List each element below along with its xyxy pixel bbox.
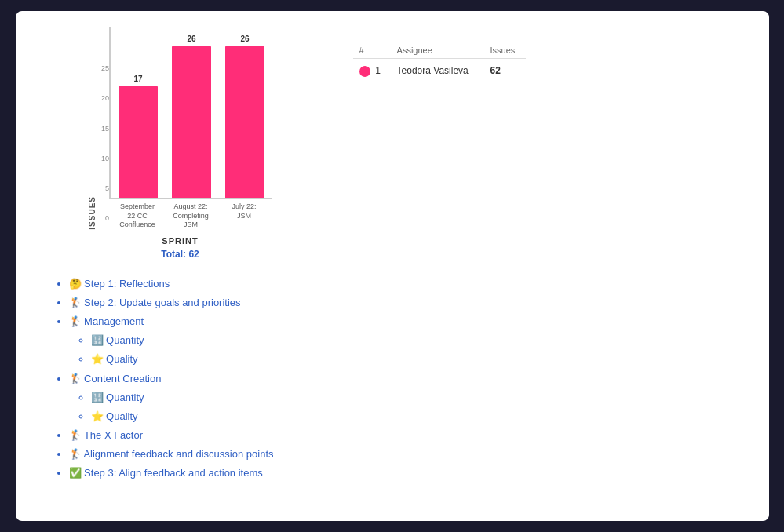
chart-total: Total: 62 — [161, 249, 199, 260]
management-quantity: 🔢 Quantity — [91, 332, 746, 349]
bar-rect-3 — [225, 46, 264, 198]
content-creation-sub-list: 🔢 Quantity ⭐ Quality — [69, 389, 746, 425]
bar-item-3: 26 — [225, 35, 264, 198]
y-tick-5: 5 — [101, 185, 109, 192]
bar-item-2: 26 — [172, 35, 211, 198]
mgmt-quantity-text: 🔢 Quantity — [91, 334, 144, 346]
step3-text: ✅ Step 3: Align feedback and action item… — [69, 467, 263, 479]
chart-bars-container: 17 26 26 — [109, 27, 272, 199]
step2-text: 🏌️ Step 2: Update goals and priorities — [69, 297, 241, 308]
list-item-step1: 🤔 Step 1: Reflections — [69, 275, 746, 293]
row-assignee-name: Teodora Vasileva — [391, 59, 484, 83]
col-header-issues: Issues — [483, 42, 525, 59]
list-item-content-creation: 🏌️ Content Creation 🔢 Quantity ⭐ Quality — [69, 370, 746, 425]
chart-area: ISSUES 0 5 10 15 20 25 17 — [39, 27, 322, 260]
alignment-text: 🏌️ Alignment feedback and discussion poi… — [69, 448, 274, 460]
x-axis-labels: September 22 CC Confluence August 22: Co… — [109, 199, 272, 230]
content-creation-text: 🏌️ Content Creation — [69, 373, 162, 384]
y-tick-15: 15 — [101, 126, 109, 133]
y-tick-10: 10 — [101, 155, 109, 162]
list-item-x-factor: 🏌️ The X Factor — [69, 427, 746, 444]
chart-total-label: Total: — [161, 249, 186, 260]
y-tick-0: 0 — [101, 215, 109, 222]
chart-full: ISSUES 0 5 10 15 20 25 17 — [88, 27, 272, 230]
y-axis-numbers: 0 5 10 15 20 25 — [101, 57, 109, 230]
bar-rect-1 — [119, 86, 158, 198]
bar-value-1: 17 — [133, 75, 142, 83]
content-quality-text: ⭐ Quality — [91, 410, 138, 422]
list-item-alignment: 🏌️ Alignment feedback and discussion poi… — [69, 446, 746, 463]
chart-total-value: 62 — [188, 249, 199, 260]
management-sub-list: 🔢 Quantity ⭐ Quality — [69, 332, 746, 368]
management-text: 🏌️ Management — [69, 315, 144, 327]
right-panel: # Assignee Issues 1 Teodora Vasileva 62 — [353, 27, 746, 83]
assignee-table: # Assignee Issues 1 Teodora Vasileva 62 — [353, 42, 526, 83]
chart-sprint-label: SPRINT — [162, 236, 198, 246]
row-number: 1 — [353, 59, 391, 83]
y-tick-20: 20 — [101, 95, 109, 102]
list-section: 🤔 Step 1: Reflections 🏌️ Step 2: Update … — [39, 275, 746, 483]
assignee-dot — [359, 66, 370, 77]
list-item-step3: ✅ Step 3: Align feedback and action item… — [69, 465, 746, 482]
bar-item-1: 17 — [119, 35, 158, 198]
x-factor-text: 🏌️ The X Factor — [69, 429, 144, 441]
x-label-3: July 22: JSM — [224, 202, 264, 230]
content-quantity-text: 🔢 Quantity — [91, 392, 144, 403]
x-label-2: August 22: Completing JSM — [171, 202, 210, 230]
list-item-management: 🏌️ Management 🔢 Quantity ⭐ Quality — [69, 313, 746, 368]
table-row: 1 Teodora Vasileva 62 — [353, 59, 526, 83]
col-header-number: # — [353, 42, 391, 59]
content-quantity: 🔢 Quantity — [91, 389, 746, 406]
x-label-1: September 22 CC Confluence — [118, 202, 157, 230]
bar-rect-2 — [172, 46, 211, 198]
top-section: ISSUES 0 5 10 15 20 25 17 — [39, 27, 746, 260]
main-list: 🤔 Step 1: Reflections 🏌️ Step 2: Update … — [47, 275, 746, 482]
step1-text: 🤔 Step 1: Reflections — [69, 278, 170, 290]
row-issues: 62 — [483, 59, 525, 83]
bar-value-2: 26 — [187, 35, 195, 43]
list-item-step2: 🏌️ Step 2: Update goals and priorities — [69, 294, 746, 312]
col-header-assignee: Assignee — [391, 42, 484, 59]
main-card: ISSUES 0 5 10 15 20 25 17 — [16, 11, 769, 521]
content-quality: ⭐ Quality — [91, 408, 746, 425]
mgmt-quality-text: ⭐ Quality — [91, 353, 138, 365]
y-axis-label: ISSUES — [88, 196, 97, 230]
y-tick-25: 25 — [101, 65, 109, 72]
bars-group: 17 26 26 — [119, 35, 264, 198]
bar-value-3: 26 — [240, 35, 249, 43]
management-quality: ⭐ Quality — [91, 351, 746, 368]
